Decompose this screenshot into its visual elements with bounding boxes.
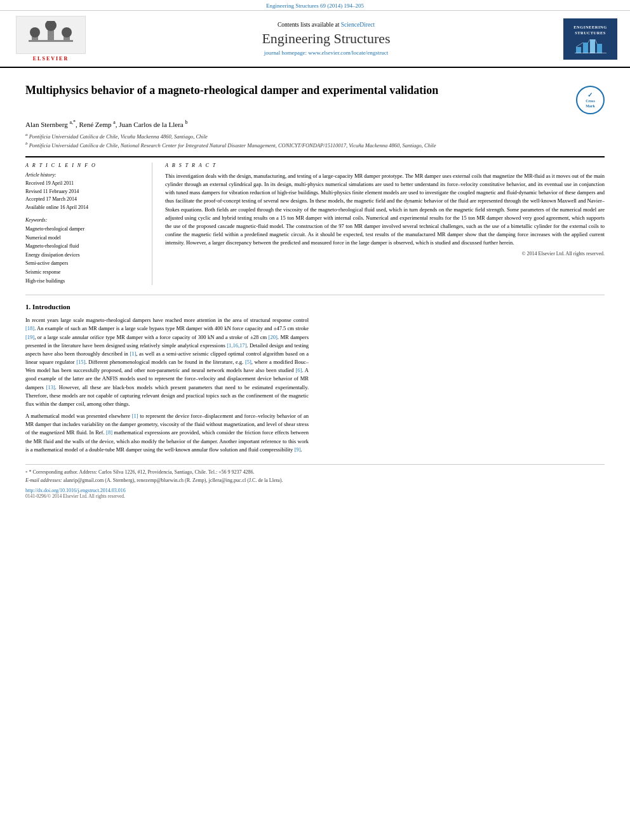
svg-rect-7 [576, 47, 581, 53]
svg-line-13 [588, 39, 590, 43]
elsevier-label: ELSEVIER [33, 56, 69, 62]
abstract-heading: A B S T R A C T [165, 163, 605, 168]
article-info-column: A R T I C L E I N F O Article history: R… [25, 163, 152, 285]
journal-center: Contents lists available at ScienceDirec… [89, 22, 563, 56]
crossmark-logo[interactable]: ✓ CrossMark [576, 86, 605, 114]
keyword-2: Numerical model [25, 234, 142, 243]
keyword-1: Magneto-rheological damper [25, 225, 142, 234]
sciencedirect-link[interactable]: ScienceDirect [341, 22, 375, 28]
article-footer: * * Corresponding author. Address: Carlo… [25, 464, 605, 504]
body-two-col: 1. Introduction In recent years large sc… [25, 302, 605, 458]
affiliation-b: b Pontificia Universidad Católica de Chi… [25, 140, 605, 150]
intro-heading: 1. Introduction [25, 302, 309, 312]
affiliations: a Pontificia Universidad Católica de Chi… [25, 131, 605, 150]
footer-doi[interactable]: http://dx.doi.org/10.1016/j.engstruct.20… [25, 488, 605, 493]
intro-title: Introduction [32, 303, 70, 310]
journal-title: Engineering Structures [89, 30, 563, 47]
accepted-date: Accepted 17 March 2014 [25, 196, 142, 204]
journal-header: ELSEVIER Contents lists available at Sci… [0, 11, 630, 68]
footer-issn: 0141-0296/© 2014 Elsevier Ltd. All right… [25, 493, 605, 499]
footnote-corresponding: * * Corresponding author. Address: Carlo… [25, 469, 605, 477]
body-left-col: 1. Introduction In recent years large sc… [25, 302, 309, 458]
keyword-6: Seismic response [25, 268, 142, 277]
intro-para-2: A mathematical model was presented elsew… [25, 412, 309, 454]
keywords-heading: Keywords: [25, 217, 142, 223]
keyword-5: Semi-active dampers [25, 259, 142, 268]
article-info-abstract-section: A R T I C L E I N F O Article history: R… [25, 156, 605, 285]
article-info-heading: A R T I C L E I N F O [25, 163, 142, 168]
elsevier-logo-image [16, 16, 86, 54]
abstract-text: This investigation deals with the design… [165, 172, 605, 248]
intro-number: 1. [25, 303, 30, 310]
svg-point-6 [62, 27, 72, 37]
article-content: Multiphysics behavior of a magneto-rheol… [0, 68, 630, 458]
footnote-email: E-mail addresses: alanrip@gmail.com (A. … [25, 477, 605, 485]
eng-structures-logo: ENGINEERINGSTRUCTURES [563, 18, 617, 60]
elsevier-logo-box: ELSEVIER [13, 16, 89, 62]
keywords-section: Keywords: Magneto-rheological damper Num… [25, 217, 142, 285]
article-title-section: Multiphysics behavior of a magneto-rheol… [25, 77, 605, 114]
abstract-column: A B S T R A C T This investigation deals… [165, 163, 605, 285]
available-date: Available online 16 April 2014 [25, 204, 142, 212]
affiliation-a: a Pontificia Universidad Católica de Chi… [25, 131, 605, 141]
svg-line-12 [576, 43, 583, 47]
svg-rect-10 [597, 44, 602, 53]
citation-text: Engineering Structures 69 (2014) 194–205 [266, 3, 364, 9]
journal-citation-bar: Engineering Structures 69 (2014) 194–205 [0, 0, 630, 11]
abstract-copyright: © 2014 Elsevier Ltd. All rights reserved… [165, 251, 605, 257]
journal-homepage: journal homepage: www.elsevier.com/locat… [89, 50, 563, 56]
section-divider [25, 295, 605, 295]
authors: Alan Sternberg a,*, René Zemp a, Juan Ca… [25, 119, 605, 128]
history-heading: Article history: [25, 172, 142, 178]
keyword-4: Energy dissipation devices [25, 251, 142, 260]
body-right-col [321, 302, 605, 458]
svg-rect-8 [583, 43, 588, 53]
keyword-7: High-rise buildings [25, 277, 142, 286]
received-date: Received 19 April 2011 [25, 180, 142, 188]
svg-point-4 [30, 27, 40, 37]
svg-rect-9 [590, 39, 595, 53]
article-title: Multiphysics behavior of a magneto-rheol… [25, 83, 576, 98]
intro-para-1: In recent years large scale magneto-rheo… [25, 316, 309, 408]
revised-date: Revised 11 February 2014 [25, 188, 142, 196]
sciencedirect-label: Contents lists available at ScienceDirec… [89, 22, 563, 28]
article-history: Article history: Received 19 April 2011 … [25, 172, 142, 212]
keyword-3: Magneto-rheological fluid [25, 242, 142, 251]
svg-point-5 [45, 21, 57, 31]
svg-line-14 [595, 39, 597, 44]
